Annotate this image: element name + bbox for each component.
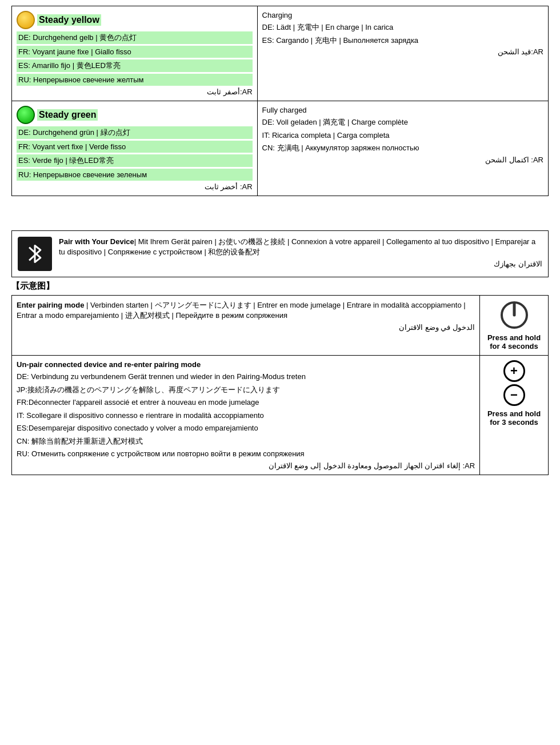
led-left-steady-green: Steady greenDE: Durchgehend grün | 緑の点灯F… <box>12 101 258 196</box>
pairing-lang: CN: 解除当前配对并重新进入配对模式 <box>17 436 475 447</box>
led-title-steady-green: Steady green <box>37 109 98 121</box>
bluetooth-bold: Pair with Your Device <box>59 237 134 246</box>
lang-line: ES: Amarillo fijo | 黄色LED常亮 <box>17 59 253 72</box>
ideograph-label: 【示意图】 <box>11 281 549 292</box>
lang-line: DE: Durchgehend gelb | 黄色の点灯 <box>17 31 253 44</box>
lang-line: RU: Непрерывное свечение желтым <box>17 74 253 86</box>
pairing-ar-unpair: AR: إلغاء اقتران الجهاز الموصول ومعاودة … <box>17 461 475 470</box>
pairing-row-enter-pairing: Enter pairing mode | Verbinden starten |… <box>12 296 549 356</box>
power-icon <box>499 300 529 330</box>
pairing-left-unpair: Un-pair connected device and re-enter pa… <box>12 356 480 475</box>
pairing-row-unpair: Un-pair connected device and re-enter pa… <box>12 356 549 475</box>
pairing-bold: Un-pair connected device and re-enter pa… <box>17 360 201 369</box>
meaning-title: Charging <box>262 11 543 19</box>
spacer <box>11 196 549 230</box>
minus-icon: − <box>503 384 525 406</box>
led-right-steady-green: Fully chargedDE: Voll geladen | 満充電 | Ch… <box>257 101 548 196</box>
lang-line: DE: Durchgehend grün | 緑の点灯 <box>17 126 253 139</box>
led-ar-steady-yellow: AR:أصفر ثابت <box>17 87 253 96</box>
led-row-steady-green: Steady greenDE: Durchgehend grün | 緑の点灯F… <box>12 101 549 196</box>
lang-line: RU: Непрерывное свечение зеленым <box>17 169 253 181</box>
led-ar-steady-green: AR: أخضر ثابت <box>17 182 253 191</box>
meaning-title: Fully charged <box>262 106 543 114</box>
pairing-ar-enter-pairing: الدخول في وضع الاقتران <box>17 323 475 332</box>
pairing-lang: RU: Отменить сопряжение с устройством ил… <box>17 448 475 460</box>
meaning-ar-steady-yellow: AR:قيد الشحن <box>262 47 543 56</box>
lang-line: FR: Voyant vert fixe | Verde fisso <box>17 141 253 153</box>
plus-minus-icons: +− <box>485 360 543 406</box>
pairing-bold: Enter pairing mode <box>17 301 84 309</box>
pairing-main: Enter pairing mode | Verbinden starten |… <box>17 300 475 321</box>
bluetooth-ar: الاقتران بجهازك <box>59 260 542 268</box>
press-hold-label: Press and hold for 3 seconds <box>485 409 543 427</box>
led-row-steady-yellow: Steady yellowDE: Durchgehend gelb | 黄色の点… <box>12 6 549 101</box>
press-hold-label: Press and hold for 4 seconds <box>485 333 543 350</box>
plus-icon: + <box>503 360 525 382</box>
pairing-right-enter-pairing: Press and hold for 4 seconds <box>480 296 549 356</box>
pairing-lang: JP:接続済みの機器とのペアリングを解除し、再度ペアリングモードに入ります <box>17 384 475 396</box>
pairing-lang: IT: Scollegare il dispositivo connesso e… <box>17 410 475 421</box>
lang-line: ES: Verde fijo | 绿色LED常亮 <box>17 154 253 167</box>
pairing-right-unpair: +−Press and hold for 3 seconds <box>480 356 549 475</box>
lang-line: FR: Voyant jaune fixe | Giallo fisso <box>17 46 253 58</box>
bluetooth-icon <box>18 237 52 271</box>
led-title-steady-yellow: Steady yellow <box>37 14 101 26</box>
meaning-lang: ES: Cargando | 充电中 | Выполняется зарядка <box>262 35 543 46</box>
meaning-ar-steady-green: AR: اكتمال الشحن <box>262 156 543 164</box>
led-right-steady-yellow: ChargingDE: Lädt | 充電中 | En charge | In … <box>257 6 548 101</box>
pairing-main: Un-pair connected device and re-enter pa… <box>17 360 475 369</box>
pairing-lang: FR:Déconnecter l'appareil associé et ent… <box>17 397 475 408</box>
bluetooth-section: Pair with Your Device| Mit Ihrem Gerät p… <box>11 230 549 277</box>
pairing-table: Enter pairing mode | Verbinden starten |… <box>11 295 549 475</box>
pairing-lang: ES:Desemparejar dispositivo conectado y … <box>17 423 475 434</box>
pairing-rest: | Verbinden starten | ペアリングモードに入ります | En… <box>17 301 466 320</box>
pairing-left-enter-pairing: Enter pairing mode | Verbinden starten |… <box>12 296 480 356</box>
pairing-lang: DE: Verbindung zu verbundenem Gerät tren… <box>17 371 475 383</box>
meaning-lang: DE: Voll geladen | 満充電 | Charge complète <box>262 117 543 128</box>
meaning-lang: DE: Lädt | 充電中 | En charge | In carica <box>262 22 543 33</box>
led-yellow-indicator <box>17 11 35 29</box>
meaning-lang: IT: Ricarica completa | Carga completa <box>262 130 543 141</box>
led-left-steady-yellow: Steady yellowDE: Durchgehend gelb | 黄色の点… <box>12 6 258 101</box>
meaning-lang: CN: 充满电 | Аккумулятор заряжен полностью <box>262 142 543 154</box>
led-green-indicator <box>17 106 35 124</box>
bluetooth-text: Pair with Your Device| Mit Ihrem Gerät p… <box>59 237 542 268</box>
status-table: Steady yellowDE: Durchgehend gelb | 黄色の点… <box>11 6 549 196</box>
